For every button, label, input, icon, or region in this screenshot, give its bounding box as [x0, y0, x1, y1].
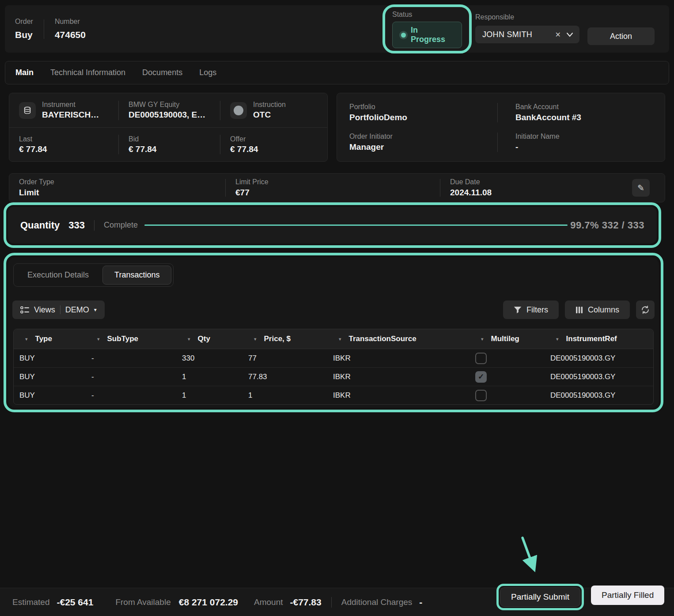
- bid-value: € 77.84: [129, 144, 156, 154]
- main-tabbar: Main Technical Information Documents Log…: [5, 61, 669, 84]
- refresh-button[interactable]: [636, 300, 655, 319]
- partially-filled-button[interactable]: Partially Filled: [591, 586, 664, 605]
- quantity-annotation-ring: Quantity 333 Complete 99.7% 332 / 333: [4, 202, 661, 248]
- chevron-down-icon[interactable]: [566, 32, 573, 37]
- action-button[interactable]: Action: [587, 27, 655, 45]
- responsible-value: JOHN SMITH: [482, 30, 550, 39]
- transactions-panel: Execution Details Transactions Views DEM…: [8, 257, 659, 408]
- instruction-value: OTC: [253, 110, 286, 120]
- portfolio-label: Portfolio: [349, 103, 497, 111]
- tab-transactions[interactable]: Transactions: [102, 266, 171, 285]
- filter-icon: [514, 306, 522, 314]
- pencil-icon: ✎: [637, 183, 644, 193]
- table-row[interactable]: BUY - 1 1 IBKR DE0005190003.GY: [14, 386, 653, 404]
- portfolio-value: PortfolioDemo: [349, 113, 497, 122]
- cell-price: 77.83: [242, 368, 327, 386]
- columns-label: Columns: [588, 305, 619, 315]
- divider: [60, 305, 61, 314]
- sort-caret-icon[interactable]: ▾: [188, 336, 190, 342]
- divider: [94, 220, 95, 231]
- tab-execution-details[interactable]: Execution Details: [15, 266, 101, 285]
- table-header-row: ▾Type ▾SubType ▾Qty ▾Price, $ ▾Transacti…: [14, 329, 653, 349]
- due-date-label: Due Date: [450, 178, 632, 186]
- last-label: Last: [19, 135, 47, 143]
- order-side-value: Buy: [15, 30, 33, 40]
- status-annotation-ring: Status In Progress: [382, 4, 472, 53]
- cell-type: BUY: [14, 386, 86, 404]
- column-header-type[interactable]: ▾Type: [14, 329, 86, 349]
- chevron-down-icon: ▾: [94, 307, 97, 313]
- column-header-subtype[interactable]: ▾SubType: [86, 329, 176, 349]
- quantity-value: 333: [68, 220, 85, 231]
- table-row[interactable]: BUY - 1 77.83 IBKR ✓ DE0005190003.GY: [14, 368, 653, 386]
- partially-submit-button[interactable]: Partially Submit: [500, 587, 580, 607]
- cell-instrument-ref: DE0005190003.GY: [545, 349, 653, 367]
- annotation-arrow-icon: [506, 532, 554, 583]
- sort-caret-icon[interactable]: ▾: [97, 336, 100, 342]
- due-date-value: 2024.11.08: [450, 188, 632, 198]
- columns-button[interactable]: Columns: [565, 300, 630, 319]
- bank-account-label: Bank Account: [515, 103, 665, 111]
- order-type-value: Limit: [19, 188, 225, 198]
- filters-button[interactable]: Filters: [503, 300, 559, 319]
- sort-caret-icon[interactable]: ▾: [25, 336, 28, 342]
- multileg-checkbox[interactable]: ✓: [475, 371, 487, 383]
- submit-annotation-ring: Partially Submit: [496, 584, 584, 610]
- status-badge[interactable]: In Progress: [392, 22, 462, 48]
- column-header-multileg[interactable]: ▾Multileg: [470, 329, 545, 349]
- cell-instrument-ref: DE0005190003.GY: [545, 386, 653, 404]
- multileg-checkbox[interactable]: [475, 390, 487, 401]
- sort-caret-icon[interactable]: ▾: [254, 336, 257, 342]
- progress-text: 99.7% 332 / 333: [570, 220, 644, 231]
- tab-technical-information[interactable]: Technical Information: [50, 68, 125, 77]
- initiator-name-label: Initiator Name: [515, 133, 665, 141]
- estimated-value: -€25 641: [57, 597, 93, 608]
- last-value: € 77.84: [19, 144, 47, 154]
- order-number-field: Number 474650: [55, 18, 86, 40]
- edit-button[interactable]: ✎: [632, 179, 650, 197]
- status-value: In Progress: [411, 26, 454, 44]
- views-label: Views: [34, 305, 55, 315]
- order-number-value: 474650: [55, 30, 86, 40]
- instrument-value: BAYERISCH…: [42, 110, 99, 120]
- from-available-label: From Available: [115, 597, 170, 607]
- order-side-label: Order: [15, 18, 33, 26]
- offer-value: € 77.84: [230, 144, 258, 154]
- quantity-label: Quantity: [20, 220, 60, 231]
- order-header-panel: Order Buy Number 474650 Status In Progre…: [5, 5, 669, 53]
- views-selected-value: DEMO: [65, 305, 89, 315]
- table-row[interactable]: BUY - 330 77 IBKR DE0005190003.GY: [14, 349, 653, 368]
- amount-label: Amount: [254, 597, 283, 607]
- responsible-label: Responsible: [475, 13, 514, 21]
- cell-subtype: -: [86, 386, 176, 404]
- coins-icon: [19, 102, 36, 119]
- cell-price: 1: [242, 386, 327, 404]
- column-header-qty[interactable]: ▾Qty: [176, 329, 242, 349]
- multileg-checkbox[interactable]: [475, 353, 487, 364]
- column-header-transactionsource[interactable]: ▾TransactionSource: [327, 329, 470, 349]
- cell-type: BUY: [14, 368, 86, 386]
- additional-charges-value: -: [419, 597, 422, 608]
- equity-label: BMW GY Equity: [129, 101, 205, 109]
- sort-caret-icon[interactable]: ▾: [339, 336, 341, 342]
- divider: [44, 19, 44, 39]
- sort-caret-icon[interactable]: ▾: [481, 336, 484, 342]
- initiator-name-value: -: [515, 142, 665, 152]
- column-header-instrumentref[interactable]: ▾InstrumentRef: [545, 329, 653, 349]
- column-header-price[interactable]: ▾Price, $: [242, 329, 327, 349]
- responsible-select[interactable]: JOHN SMITH ✕: [475, 26, 579, 43]
- instruction-circle-icon: [230, 102, 247, 119]
- cell-price: 77: [242, 349, 327, 367]
- additional-charges-label: Additional Charges: [341, 597, 413, 607]
- sort-caret-icon[interactable]: ▾: [556, 336, 559, 342]
- from-available-value: €8 271 072.29: [179, 597, 238, 608]
- tab-documents[interactable]: Documents: [142, 68, 182, 77]
- order-number-label: Number: [55, 18, 86, 26]
- order-params-panel: Order Type Limit Limit Price €77 Due Dat…: [9, 173, 665, 202]
- tab-logs[interactable]: Logs: [199, 68, 216, 77]
- cell-subtype: -: [86, 349, 176, 367]
- instrument-label: Instrument: [42, 101, 99, 109]
- tab-main[interactable]: Main: [15, 68, 34, 77]
- clear-icon[interactable]: ✕: [555, 30, 561, 39]
- views-button[interactable]: Views DEMO ▾: [12, 300, 105, 319]
